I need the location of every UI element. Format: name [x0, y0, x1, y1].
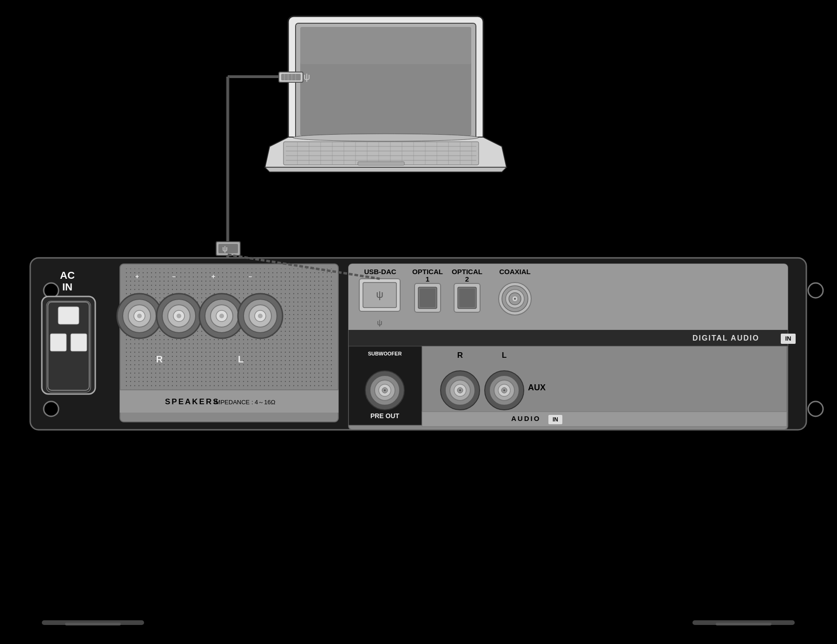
spk-r-label: R	[156, 354, 163, 364]
ac-in-label2: IN	[62, 281, 72, 293]
spk-r-plus: +	[135, 273, 139, 280]
audio-in-badge: IN	[553, 416, 558, 423]
svg-rect-77	[120, 389, 338, 390]
svg-text:ψ: ψ	[303, 72, 310, 82]
svg-point-65	[177, 314, 181, 318]
svg-point-75	[258, 314, 263, 318]
spk-l-plus: +	[211, 273, 215, 280]
svg-text:ψ: ψ	[222, 245, 228, 253]
audio-l-label: L	[502, 351, 507, 360]
svg-rect-26	[358, 162, 404, 165]
laptop-illustration	[265, 16, 507, 172]
svg-rect-4	[300, 27, 471, 64]
svg-point-106	[384, 389, 386, 391]
svg-rect-40	[218, 244, 238, 253]
svg-rect-89	[420, 289, 435, 307]
impedance-label: IMPEDANCE : 4～16Ω	[214, 399, 276, 406]
svg-point-46	[808, 401, 823, 416]
subwoofer-label: SUBWOOFER	[368, 351, 402, 356]
optical2-label: OPTICAL	[452, 268, 482, 276]
spk-r-minus: –	[172, 273, 176, 280]
digital-in-badge: IN	[785, 335, 791, 342]
digital-audio-section: DIGITAL AUDIO IN USB-DAC ψ ψ OPTICAL 1 O…	[349, 264, 796, 430]
svg-rect-29	[281, 74, 301, 80]
digital-audio-label: DIGITAL AUDIO	[692, 334, 759, 342]
svg-point-44	[44, 401, 59, 416]
svg-point-119	[503, 389, 505, 391]
speakers-label: SPEAKERS	[165, 397, 220, 406]
svg-point-43	[44, 283, 59, 298]
usb-plug-laptop: ψ	[279, 72, 310, 82]
optical1-label: OPTICAL	[412, 268, 443, 276]
amplifier-panel: AC IN	[30, 255, 823, 430]
svg-point-27	[293, 134, 479, 141]
spk-l-minus: –	[249, 273, 252, 280]
svg-point-70	[219, 314, 224, 318]
svg-point-99	[514, 298, 516, 300]
svg-rect-51	[71, 334, 87, 351]
svg-rect-120	[422, 412, 787, 427]
audio-label: AUDIO	[511, 414, 540, 422]
svg-point-45	[808, 283, 823, 298]
svg-rect-124	[65, 623, 121, 625]
svg-point-60	[137, 314, 142, 318]
usb-dac-label: USB-DAC	[364, 268, 396, 276]
svg-rect-93	[459, 289, 475, 307]
svg-text:ψ: ψ	[376, 289, 383, 300]
svg-rect-126	[716, 623, 771, 625]
spk-l-label: L	[238, 354, 244, 364]
svg-text:ψ: ψ	[377, 319, 382, 327]
aux-label: AUX	[528, 383, 546, 392]
svg-point-113	[459, 389, 461, 391]
svg-text:2: 2	[465, 275, 469, 283]
pre-out-label: PRE OUT	[370, 412, 400, 420]
speakers-section: + – + –	[117, 264, 338, 422]
svg-text:1: 1	[426, 275, 429, 283]
audio-r-label: R	[457, 351, 463, 360]
ac-in-label: AC	[60, 269, 75, 281]
svg-rect-49	[58, 307, 79, 324]
coaxial-label: COAXIAL	[499, 268, 531, 276]
svg-rect-50	[50, 334, 66, 351]
